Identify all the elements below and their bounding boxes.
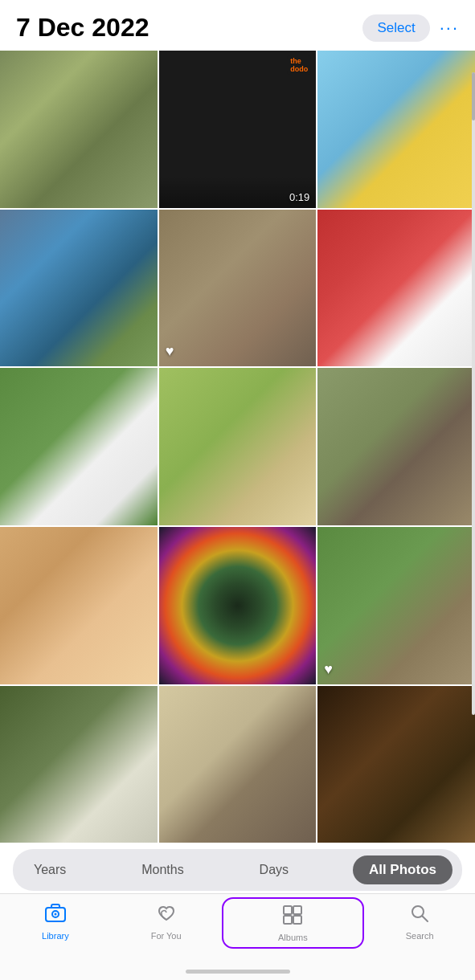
albums-icon	[281, 904, 304, 929]
photo-cell[interactable]	[0, 527, 158, 684]
photo-cell[interactable]	[0, 368, 158, 525]
header: 7 Dec 2022 Select ···	[0, 0, 475, 51]
timeline-bar: Years Months Days All Photos	[13, 849, 462, 891]
search-icon	[408, 902, 431, 928]
years-button[interactable]: Years	[23, 858, 77, 882]
scrollbar[interactable]	[472, 72, 475, 715]
for-you-label: For You	[151, 931, 182, 941]
library-label: Library	[42, 931, 69, 941]
photo-cell[interactable]	[317, 686, 475, 843]
heart-icon: ♥	[166, 343, 174, 360]
photo-cell[interactable]: ♥	[159, 210, 317, 367]
photo-cell[interactable]	[159, 527, 317, 684]
photo-cell[interactable]	[159, 686, 317, 843]
photo-cell[interactable]	[0, 686, 158, 843]
days-button[interactable]: Days	[248, 858, 300, 882]
photo-cell[interactable]	[159, 368, 317, 525]
all-photos-button[interactable]: All Photos	[353, 855, 452, 884]
heart-icon: ♥	[324, 661, 333, 678]
for-you-icon	[155, 902, 178, 928]
library-icon	[44, 902, 67, 928]
tab-for-you[interactable]: For You	[111, 902, 222, 941]
photo-cell[interactable]: thedodo 0:19	[159, 51, 317, 208]
tab-library[interactable]: Library	[0, 902, 111, 941]
svg-rect-5	[284, 916, 292, 924]
photo-cell[interactable]	[0, 51, 158, 208]
more-button[interactable]: ···	[440, 18, 459, 39]
svg-rect-6	[293, 916, 301, 924]
svg-point-2	[54, 913, 56, 916]
svg-rect-4	[293, 906, 301, 914]
search-label: Search	[406, 931, 434, 941]
svg-rect-3	[284, 906, 292, 914]
tab-bar: Library For You Albums	[0, 893, 475, 980]
photo-cell[interactable]	[317, 210, 475, 367]
albums-label: Albums	[278, 933, 308, 942]
tab-albums[interactable]: Albums	[222, 897, 365, 949]
select-button[interactable]: Select	[362, 14, 429, 42]
duration-badge: 0:19	[289, 191, 309, 203]
home-indicator	[186, 970, 290, 974]
dodo-badge: thedodo	[287, 55, 311, 75]
months-button[interactable]: Months	[130, 858, 195, 882]
svg-line-8	[423, 917, 428, 922]
header-actions: Select ···	[362, 14, 459, 42]
tab-search[interactable]: Search	[364, 902, 475, 941]
page-title: 7 Dec 2022	[16, 13, 149, 43]
scrollbar-thumb	[472, 72, 475, 120]
photo-cell[interactable]: ♥	[317, 527, 475, 684]
photo-grid: thedodo 0:19 ♥ ♥	[0, 51, 475, 843]
photo-cell[interactable]	[317, 51, 475, 208]
photo-cell[interactable]	[0, 210, 158, 367]
photo-cell[interactable]	[317, 368, 475, 525]
